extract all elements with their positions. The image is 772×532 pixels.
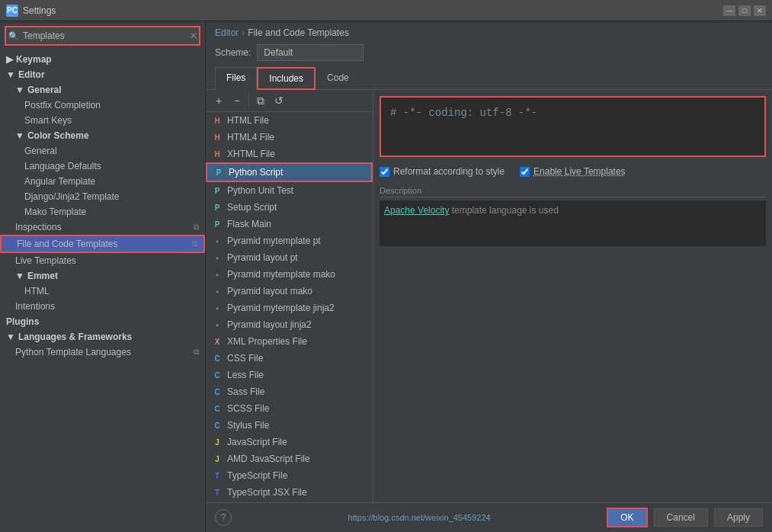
copy-template-button[interactable]: ⧉ (252, 93, 269, 108)
list-item[interactable]: P Setup Script (206, 199, 373, 216)
arrow-icon: ▼ (15, 130, 24, 141)
list-item[interactable]: C CSS File (206, 350, 373, 367)
search-icon: 🔍 (8, 31, 19, 41)
sidebar: 🔍 ✕ ▶ Keymap ▼ Editor ▼ General Postfix … (0, 21, 206, 532)
gen-icon: ▪ (212, 319, 223, 330)
enable-live-templates-checkbox[interactable] (520, 167, 530, 177)
xml-file-icon: X (212, 336, 223, 347)
sidebar-item-general[interactable]: ▼ General (0, 82, 205, 98)
window-title: Settings (23, 5, 723, 16)
minimize-button[interactable]: — (723, 5, 735, 16)
sidebar-item-html[interactable]: HTML (0, 284, 205, 299)
search-input[interactable] (5, 26, 200, 46)
list-item[interactable]: T TypeScript File (206, 467, 373, 484)
list-item[interactable]: ▪ Pyramid mytemplate jinja2 (206, 300, 373, 316)
code-content: # -*- coding: utf-8 -*- (390, 107, 537, 119)
list-item[interactable]: ▪ Pyramid mytemplate pt (206, 232, 373, 249)
arrow-icon: ▼ (6, 69, 15, 80)
tab-files[interactable]: Files (215, 67, 257, 90)
apply-button[interactable]: Apply (714, 508, 763, 527)
sidebar-tree: ▶ Keymap ▼ Editor ▼ General Postfix Comp… (0, 50, 205, 532)
window-controls: — □ ✕ (723, 5, 766, 16)
scheme-label: Scheme: (215, 47, 251, 58)
sidebar-item-python-template-langs[interactable]: Python Template Languages ⧉ (0, 345, 205, 360)
list-item[interactable]: T TypeScript JSX File (206, 484, 373, 501)
sidebar-item-inspections[interactable]: Inspections ⧉ (0, 220, 205, 235)
list-item[interactable]: H XHTML File (206, 146, 373, 162)
list-item[interactable]: ▪ Pyramid layout pt (206, 249, 373, 266)
list-item[interactable]: P Flask Main (206, 216, 373, 232)
description-section: Description Apache Velocity template lan… (380, 186, 766, 246)
sidebar-item-mako-template[interactable]: Mako Template (0, 204, 205, 220)
gen-icon: ▪ (212, 303, 223, 313)
python-unit-test-icon: P (212, 185, 223, 196)
breadcrumb-editor[interactable]: Editor (215, 27, 239, 38)
sidebar-item-general2[interactable]: General (0, 143, 205, 159)
template-toolbar: + − ⧉ ↺ (206, 90, 373, 112)
sidebar-item-file-and-code-templates[interactable]: File and Code Templates ⧉ (0, 235, 205, 253)
list-item[interactable]: C Stylus File (206, 417, 373, 434)
sidebar-item-emmet[interactable]: ▼ Emmet (0, 268, 205, 284)
search-box: 🔍 ✕ (5, 26, 200, 46)
sidebar-item-intentions[interactable]: Intentions (0, 299, 205, 314)
sidebar-item-languages-frameworks[interactable]: ▼ Languages & Frameworks (0, 329, 205, 345)
description-label: Description (380, 186, 766, 197)
list-item[interactable]: X XML Properties File (206, 333, 373, 350)
tab-code[interactable]: Code (316, 67, 360, 90)
breadcrumb-current: File and Code Templates (248, 27, 349, 38)
list-item[interactable]: H HTML File (206, 112, 373, 129)
main-container: 🔍 ✕ ▶ Keymap ▼ Editor ▼ General Postfix … (0, 21, 772, 532)
list-item[interactable]: P Python Unit Test (206, 182, 373, 199)
reformat-checkbox[interactable] (380, 167, 389, 177)
template-list: H HTML File H HTML4 File H XHTML File P (206, 112, 373, 502)
list-item[interactable]: ▪ Pyramid mytemplate mako (206, 266, 373, 283)
close-button[interactable]: ✕ (754, 5, 766, 16)
sidebar-item-keymap[interactable]: ▶ Keymap (0, 52, 205, 67)
content-area: Editor › File and Code Templates Scheme:… (206, 21, 772, 532)
list-item[interactable]: C Less File (206, 367, 373, 383)
sidebar-item-angular-template[interactable]: Angular Template (0, 174, 205, 189)
sidebar-item-smart-keys[interactable]: Smart Keys (0, 113, 205, 128)
css-file-icon: C (212, 353, 223, 364)
gen-icon: ▪ (212, 269, 223, 280)
code-editor[interactable]: # -*- coding: utf-8 -*- (380, 96, 766, 157)
add-template-button[interactable]: + (210, 93, 227, 108)
cancel-button[interactable]: Cancel (654, 508, 708, 527)
enable-live-templates-checkbox-label[interactable]: Enable Live Templates (520, 166, 626, 177)
template-list-panel: + − ⧉ ↺ H HTML File H HTML4 File (206, 90, 373, 502)
sidebar-item-live-templates[interactable]: Live Templates (0, 253, 205, 268)
ok-button[interactable]: OK (607, 508, 647, 527)
sidebar-item-django-template[interactable]: Django/Jinja2 Template (0, 189, 205, 204)
sidebar-item-editor[interactable]: ▼ Editor (0, 67, 205, 82)
reformat-checkbox-label[interactable]: Reformat according to style (380, 166, 505, 177)
list-item[interactable]: ▪ Pyramid layout jinja2 (206, 316, 373, 333)
help-button[interactable]: ? (215, 509, 232, 526)
sidebar-item-plugins[interactable]: Plugins (0, 314, 205, 329)
flask-main-icon: P (212, 219, 223, 229)
template-body: + − ⧉ ↺ H HTML File H HTML4 File (206, 90, 772, 502)
stylus-file-icon: C (212, 420, 223, 431)
sidebar-item-postfix-completion[interactable]: Postfix Completion (0, 98, 205, 113)
list-item-python-script[interactable]: P Python Script (206, 162, 373, 182)
remove-template-button[interactable]: − (229, 93, 245, 108)
app-icon: PC (6, 5, 18, 17)
velocity-link[interactable]: Apache Velocity (384, 205, 449, 216)
scheme-row: Scheme: Default Project (206, 41, 772, 67)
list-item[interactable]: ▪ Pyramid layout mako (206, 283, 373, 300)
list-item[interactable]: C SCSS File (206, 400, 373, 417)
list-item[interactable]: H HTML4 File (206, 129, 373, 146)
list-item[interactable]: J JavaScript File (206, 434, 373, 450)
code-panel: # -*- coding: utf-8 -*- Reformat accordi… (373, 90, 772, 502)
search-clear-icon[interactable]: ✕ (190, 30, 197, 41)
list-item[interactable]: J AMD JavaScript File (206, 450, 373, 467)
sidebar-item-color-scheme[interactable]: ▼ Color Scheme (0, 128, 205, 143)
maximize-button[interactable]: □ (738, 5, 751, 16)
list-item[interactable]: C Sass File (206, 383, 373, 400)
reset-template-button[interactable]: ↺ (271, 93, 287, 108)
edit-icon: ⧉ (194, 223, 199, 232)
tab-includes[interactable]: Includes (257, 67, 316, 90)
scheme-select[interactable]: Default Project (257, 44, 364, 61)
sidebar-item-language-defaults[interactable]: Language Defaults (0, 159, 205, 174)
ts-file-icon: T (212, 470, 223, 481)
scss-file-icon: C (212, 403, 223, 414)
